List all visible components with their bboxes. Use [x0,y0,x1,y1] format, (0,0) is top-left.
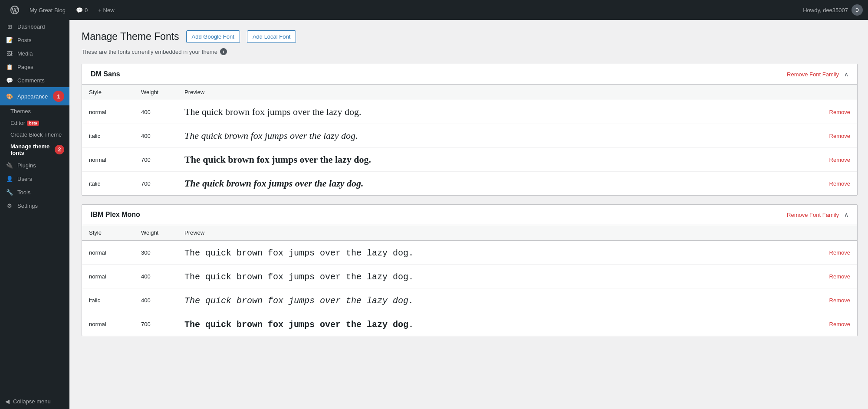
remove-variant-button[interactable]: Remove [829,273,850,280]
collapse-ibm-plex-mono-button[interactable] [844,211,848,219]
font-style-cell: normal [82,312,134,336]
font-preview-cell: The quick brown fox jumps over the lazy … [178,172,756,196]
font-family-header-ibm-plex-mono: IBM Plex Mono Remove Font Family [82,205,857,225]
remove-variant-button[interactable]: Remove [829,249,850,256]
table-row: normal 700 The quick brown fox jumps ove… [82,148,857,172]
table-row: normal 400 The quick brown fox jumps ove… [82,265,857,288]
font-weight-cell: 400 [134,100,178,124]
collapse-dm-sans-button[interactable] [844,70,848,78]
media-icon: 🖼 [5,50,14,57]
font-style-cell: italic [82,172,134,196]
sidebar-item-tools[interactable]: 🔧 Tools [0,186,69,199]
font-preview-cell: The quick brown fox jumps over the lazy … [178,241,772,265]
sidebar-item-comments[interactable]: 💬 Comments [0,74,69,87]
remove-variant-button[interactable]: Remove [829,180,850,187]
comments-link[interactable]: 💬 0 [71,7,93,13]
col-weight-header: Weight [134,225,178,241]
remove-variant-button[interactable]: Remove [829,157,850,163]
sidebar-item-plugins[interactable]: 🔌 Plugins [0,159,69,172]
sidebar-item-dashboard[interactable]: ⊞ Dashboard [0,20,69,33]
collapse-arrow-icon: ◀ [5,398,10,405]
ibm-plex-mono-font-table: Style Weight Preview normal 300 The quic… [82,225,857,336]
comments-icon: 💬 [5,77,14,84]
wordpress-logo[interactable] [5,6,24,14]
font-weight-cell: 700 [134,148,178,172]
page-description: These are the fonts currently embedded i… [82,48,858,55]
font-remove-cell: Remove [772,265,857,288]
remove-font-family-dm-sans[interactable]: Remove Font Family [787,71,839,78]
font-family-name-dm-sans: DM Sans [91,70,120,78]
table-row: italic 700 The quick brown fox jumps ove… [82,172,857,196]
page-header: Manage Theme Fonts Add Google Font Add L… [82,30,858,43]
users-icon: 👤 [5,176,14,182]
info-icon: i [220,48,227,55]
appearance-badge: 1 [53,91,64,102]
beta-badge: beta [27,121,39,126]
font-remove-cell: Remove [756,172,857,196]
themes-label: Themes [10,108,31,115]
sidebar: ⊞ Dashboard 📝 Posts 🖼 Media 📋 Pages 💬 Co… [0,20,69,409]
font-remove-cell: Remove [756,124,857,148]
sidebar-item-label: Settings [17,203,38,209]
pages-icon: 📋 [5,64,14,70]
col-actions-header [772,225,857,241]
adminbar-right: Howdy, dee35007 D [803,4,863,16]
dashboard-icon: ⊞ [5,23,14,30]
sidebar-sub-item-manage-theme-fonts[interactable]: Manage theme fonts 2 [0,141,69,159]
sidebar-item-media[interactable]: 🖼 Media [0,47,69,60]
font-style-cell: normal [82,148,134,172]
remove-variant-button[interactable]: Remove [829,133,850,139]
font-preview-cell: The quick brown fox jumps over the lazy … [178,100,756,124]
remove-variant-button[interactable]: Remove [829,109,850,115]
sidebar-item-users[interactable]: 👤 Users [0,172,69,186]
site-name[interactable]: My Great Blog [24,7,71,13]
add-local-font-button[interactable]: Add Local Font [247,30,296,43]
font-weight-cell: 700 [134,312,178,336]
dm-sans-font-table: Style Weight Preview normal 400 The quic… [82,85,857,195]
main-content: Manage Theme Fonts Add Google Font Add L… [69,20,868,409]
new-content-button[interactable]: + New [93,7,119,13]
sidebar-sub-item-create-block-theme[interactable]: Create Block Theme [0,129,69,141]
howdy-text: Howdy, dee35007 [803,7,848,13]
comment-bubble-icon: 💬 [76,7,83,13]
sidebar-item-pages[interactable]: 📋 Pages [0,60,69,74]
font-family-card-dm-sans: DM Sans Remove Font Family Style Weight … [82,64,858,196]
font-remove-cell: Remove [772,241,857,265]
site-name-text: My Great Blog [30,7,66,13]
user-info[interactable]: Howdy, dee35007 D [803,4,863,16]
font-weight-cell: 400 [134,124,178,148]
font-family-header-dm-sans: DM Sans Remove Font Family [82,64,857,85]
collapse-menu-button[interactable]: ◀ Collapse menu [0,394,69,409]
font-style-cell: normal [82,265,134,288]
font-style-cell: normal [82,241,134,265]
add-google-font-button[interactable]: Add Google Font [186,30,240,43]
sidebar-item-appearance[interactable]: 🎨 Appearance 1 [0,87,69,105]
table-row: italic 400 The quick brown fox jumps ove… [82,124,857,148]
sidebar-item-label: Plugins [17,162,36,169]
manage-fonts-badge: 2 [55,145,64,154]
description-text: These are the fonts currently embedded i… [82,49,217,55]
font-remove-cell: Remove [772,312,857,336]
font-style-cell: italic [82,288,134,312]
table-row: italic 400 The quick brown fox jumps ove… [82,288,857,312]
col-actions-header [756,85,857,100]
font-family-actions-dm-sans: Remove Font Family [787,70,848,78]
font-weight-cell: 700 [134,172,178,196]
remove-variant-button[interactable]: Remove [829,297,850,304]
table-row: normal 700 The quick brown fox jumps ove… [82,312,857,336]
font-family-name-ibm-plex-mono: IBM Plex Mono [91,211,140,219]
remove-font-family-ibm-plex-mono[interactable]: Remove Font Family [787,212,839,218]
new-label: + New [98,7,114,13]
appearance-icon: 🎨 [5,93,14,100]
table-row: normal 300 The quick brown fox jumps ove… [82,241,857,265]
sidebar-item-posts[interactable]: 📝 Posts [0,33,69,47]
remove-variant-button[interactable]: Remove [829,321,850,327]
posts-icon: 📝 [5,37,14,43]
sidebar-sub-item-themes[interactable]: Themes [0,105,69,117]
sidebar-item-settings[interactable]: ⚙ Settings [0,199,69,213]
font-remove-cell: Remove [756,100,857,124]
font-preview-cell: The quick brown fox jumps over the lazy … [178,288,772,312]
sidebar-item-label: Tools [17,189,30,196]
sidebar-sub-item-editor[interactable]: Editor beta [0,117,69,129]
page-title: Manage Theme Fonts [82,31,179,43]
